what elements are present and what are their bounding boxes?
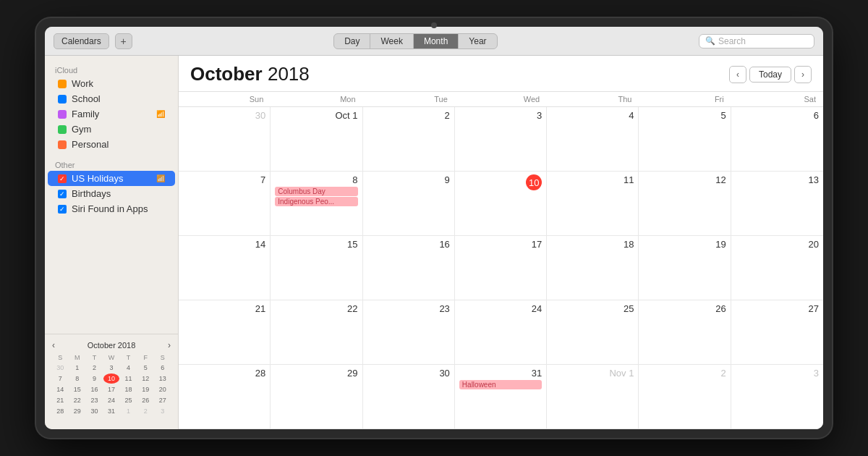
cell-date-2: 2 xyxy=(367,110,450,121)
sidebar-item-birthdays[interactable]: ✓ Birthdays xyxy=(48,186,175,201)
mini-cal-5[interactable]: 5 xyxy=(137,363,154,373)
event-chip-31-0[interactable]: Halloween xyxy=(459,380,542,389)
mini-cal-2[interactable]: 2 xyxy=(86,363,103,373)
cal-cell-4[interactable]: 4 xyxy=(547,107,639,172)
cal-cell-16[interactable]: 16 xyxy=(363,236,455,300)
cal-cell-19[interactable]: 19 xyxy=(639,236,731,300)
sidebar-item-gym[interactable]: Gym xyxy=(48,122,175,137)
mini-cal-n3[interactable]: 3 xyxy=(154,406,171,416)
mini-cal-26[interactable]: 26 xyxy=(137,395,154,405)
mini-cal-12[interactable]: 12 xyxy=(137,373,154,384)
mini-cal-18[interactable]: 18 xyxy=(120,384,137,394)
mini-cal-13[interactable]: 13 xyxy=(154,373,171,384)
search-box[interactable]: 🔍 Search xyxy=(699,34,814,48)
cal-cell-30[interactable]: 30 xyxy=(363,365,455,429)
view-year[interactable]: Year xyxy=(459,34,496,48)
sidebar-item-personal[interactable]: Personal xyxy=(48,137,175,152)
mini-cal-30b[interactable]: 30 xyxy=(86,406,103,416)
event-chip-8-1[interactable]: Indigenous Peo... xyxy=(275,197,357,206)
cal-cell-31[interactable]: 31Halloween xyxy=(455,365,547,429)
cal-cell-29[interactable]: 29 xyxy=(271,365,362,429)
mini-cal-22[interactable]: 22 xyxy=(69,395,86,405)
event-chip-8-0[interactable]: Columbus Day xyxy=(275,187,357,196)
cal-cell-22[interactable]: 22 xyxy=(271,300,362,365)
mini-cal-7[interactable]: 7 xyxy=(52,373,69,384)
mini-cal-next[interactable]: › xyxy=(168,340,171,350)
mini-cal-4[interactable]: 4 xyxy=(120,363,137,373)
cal-cell-11[interactable]: 11 xyxy=(547,172,639,236)
mini-cal-31[interactable]: 31 xyxy=(103,406,120,416)
cal-cell-13[interactable]: 13 xyxy=(731,172,823,236)
cal-cell-32[interactable]: Nov 1 xyxy=(547,365,639,429)
mini-cal-9[interactable]: 9 xyxy=(86,373,103,384)
mini-cal-dow-t: T xyxy=(86,353,103,362)
cal-cell-2[interactable]: 2 xyxy=(363,107,455,172)
mini-cal-24[interactable]: 24 xyxy=(103,395,120,405)
prev-month-button[interactable]: ‹ xyxy=(729,66,746,83)
sidebar-item-siri[interactable]: ✓ Siri Found in Apps xyxy=(48,201,175,216)
mini-cal-20[interactable]: 20 xyxy=(154,384,171,394)
cal-cell-18[interactable]: 18 xyxy=(547,236,639,300)
cal-cell-27[interactable]: 27 xyxy=(731,300,823,365)
mini-cal-n1[interactable]: 1 xyxy=(120,406,137,416)
mini-calendar: ‹ October 2018 › S M T W T F S 30 1 xyxy=(45,334,178,422)
cal-cell-5[interactable]: 5 xyxy=(639,107,731,172)
mini-cal-17[interactable]: 17 xyxy=(103,384,120,394)
mini-cal-3[interactable]: 3 xyxy=(103,363,120,373)
sidebar-item-work[interactable]: Work xyxy=(48,76,175,91)
cal-cell-7[interactable]: 7 xyxy=(179,172,271,236)
cal-cell-6[interactable]: 6 xyxy=(731,107,823,172)
cal-cell-28[interactable]: 28 xyxy=(179,365,271,429)
mini-cal-28[interactable]: 28 xyxy=(52,406,69,416)
cal-cell-21[interactable]: 21 xyxy=(179,300,271,365)
cal-cell-15[interactable]: 15 xyxy=(271,236,362,300)
view-month[interactable]: Month xyxy=(414,34,459,48)
mini-cal-29[interactable]: 29 xyxy=(69,406,86,416)
next-month-button[interactable]: › xyxy=(794,66,812,83)
month-title: October 2018 xyxy=(190,63,729,85)
mini-cal-8[interactable]: 8 xyxy=(69,373,86,384)
mini-cal-27[interactable]: 27 xyxy=(154,395,171,405)
add-calendar-button[interactable]: + xyxy=(115,33,132,49)
mini-cal-23[interactable]: 23 xyxy=(86,395,103,405)
mini-cal-21[interactable]: 21 xyxy=(52,395,69,405)
cal-cell-9[interactable]: 9 xyxy=(363,172,455,236)
mini-cal-6[interactable]: 6 xyxy=(154,363,171,373)
cal-cell-25[interactable]: 25 xyxy=(547,300,639,365)
today-button[interactable]: Today xyxy=(749,67,791,83)
sidebar-item-us-holidays[interactable]: ✓ US Holidays 📶 xyxy=(48,171,175,186)
mini-cal-19[interactable]: 19 xyxy=(137,384,154,394)
mini-cal-30[interactable]: 30 xyxy=(52,363,69,373)
cal-cell-34[interactable]: 3 xyxy=(731,365,823,429)
cal-cell-26[interactable]: 26 xyxy=(639,300,731,365)
cal-cell-20[interactable]: 20 xyxy=(731,236,823,300)
cal-cell-14[interactable]: 14 xyxy=(179,236,271,300)
mini-cal-11[interactable]: 11 xyxy=(120,373,137,384)
cal-cell-10[interactable]: 10 xyxy=(455,172,547,236)
mini-cal-15[interactable]: 15 xyxy=(69,384,86,394)
calendars-button[interactable]: Calendars xyxy=(54,33,109,49)
view-week[interactable]: Week xyxy=(370,34,413,48)
cal-cell-33[interactable]: 2 xyxy=(639,365,731,429)
cal-cell-12[interactable]: 12 xyxy=(639,172,731,236)
mini-cal-prev[interactable]: ‹ xyxy=(52,340,55,350)
cal-cell-3[interactable]: 3 xyxy=(455,107,547,172)
view-switcher: Day Week Month Year xyxy=(333,33,497,49)
mini-cal-25[interactable]: 25 xyxy=(120,395,137,405)
cal-cell-24[interactable]: 24 xyxy=(455,300,547,365)
mini-cal-n2[interactable]: 2 xyxy=(137,406,154,416)
sidebar-item-family[interactable]: Family 📶 xyxy=(48,106,175,122)
cal-cell-8[interactable]: 8Columbus DayIndigenous Peo... xyxy=(271,172,362,236)
sidebar-item-school[interactable]: School xyxy=(48,91,175,106)
mini-cal-1[interactable]: 1 xyxy=(69,363,86,373)
cal-cell-1[interactable]: Oct 1 xyxy=(271,107,362,172)
cell-date-32: Nov 1 xyxy=(551,368,634,379)
view-day[interactable]: Day xyxy=(334,34,370,48)
cell-date-1: Oct 1 xyxy=(275,110,357,121)
mini-cal-10[interactable]: 10 xyxy=(103,373,120,384)
mini-cal-14[interactable]: 14 xyxy=(52,384,69,394)
cal-cell-0[interactable]: 30 xyxy=(179,107,271,172)
mini-cal-16[interactable]: 16 xyxy=(86,384,103,394)
cal-cell-23[interactable]: 23 xyxy=(363,300,455,365)
cal-cell-17[interactable]: 17 xyxy=(455,236,547,300)
